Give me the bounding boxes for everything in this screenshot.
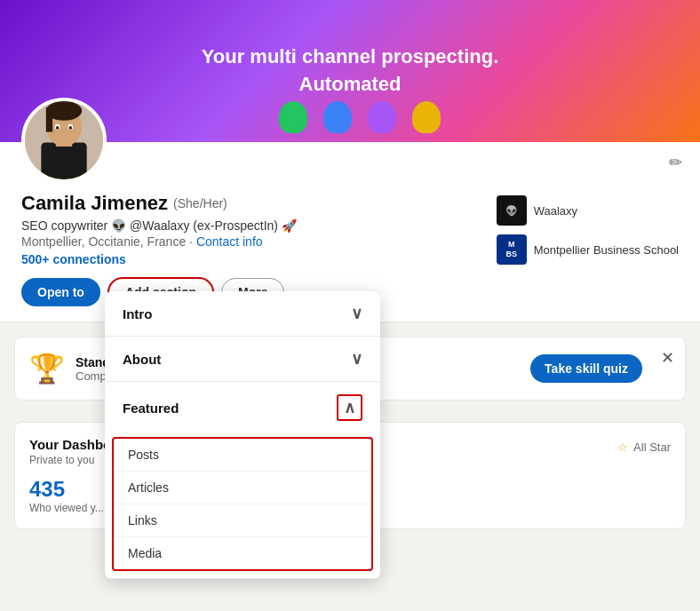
mbs-name: Montpellier Business School [534, 243, 679, 257]
featured-media[interactable]: Media [114, 537, 371, 569]
dropdown-about-section: About ∨ [105, 337, 380, 382]
ostrich-green [279, 101, 307, 133]
dropdown-featured-section: Featured ∧ Posts Articles Links Media [105, 382, 380, 579]
badge-label: All Star [633, 440, 671, 454]
dropdown-featured-label: Featured [123, 401, 179, 416]
dropdown-intro-section: Intro ∨ [105, 291, 380, 337]
featured-links[interactable]: Links [114, 504, 371, 537]
name-text: Camila Jimenez [21, 192, 168, 215]
pronouns-text: (She/Her) [173, 196, 227, 210]
avatar [21, 98, 107, 183]
dropdown-intro-row[interactable]: Intro ∨ [105, 291, 380, 336]
headline-text: SEO copywriter 👽 @Waalaxy (ex-ProspectIn… [21, 218, 297, 233]
all-star-badge: ☆ All Star [617, 440, 671, 454]
dropdown-intro-label: Intro [123, 306, 152, 321]
avatar-image [25, 101, 103, 179]
svg-point-8 [56, 126, 60, 130]
profile-banner: Your multi channel prospecting. Automate… [0, 0, 700, 142]
featured-articles[interactable]: Articles [114, 472, 371, 504]
banner-decoration [279, 101, 441, 133]
dropdown-about-label: About [123, 352, 161, 367]
contact-info-link[interactable]: Contact info [196, 234, 263, 249]
featured-posts[interactable]: Posts [114, 439, 371, 472]
star-icon: ☆ [617, 440, 628, 454]
company-waalaxy[interactable]: 👽 Waalaxy [497, 195, 679, 226]
ostrich-purple [368, 101, 396, 133]
ostrich-blue [323, 101, 352, 133]
company-mbs[interactable]: MBS Montpellier Business School [497, 234, 679, 265]
featured-subitems: Posts Articles Links Media [112, 437, 373, 571]
svg-rect-5 [46, 107, 52, 132]
views-label: Who viewed y... [29, 502, 104, 514]
add-section-dropdown: Intro ∨ About ∨ Featured ∧ Posts Article… [105, 291, 380, 579]
trophy-icon: 🏆 [29, 352, 65, 385]
profile-companies: 👽 Waalaxy MBS Montpellier Business Schoo… [497, 195, 679, 265]
dropdown-about-row[interactable]: About ∨ [105, 337, 380, 381]
dropdown-featured-row[interactable]: Featured ∧ [105, 382, 380, 433]
ostrich-yellow [412, 101, 441, 133]
waalaxy-logo: 👽 [497, 195, 527, 226]
views-number: 435 [29, 477, 104, 502]
waalaxy-name: Waalaxy [534, 204, 577, 218]
chevron-down-icon: ∨ [351, 304, 362, 323]
banner-text: Your multi channel prospecting. Automate… [202, 44, 499, 99]
skill-banner-close-button[interactable]: ✕ [661, 348, 674, 368]
chevron-up-icon: ∧ [337, 394, 362, 421]
edit-profile-button[interactable]: ✏ [669, 153, 682, 172]
svg-point-9 [69, 126, 73, 130]
take-skill-quiz-button[interactable]: Take skill quiz [530, 354, 642, 383]
chevron-down-icon-about: ∨ [351, 349, 362, 369]
mbs-logo: MBS [497, 234, 527, 265]
open-to-button[interactable]: Open to [21, 278, 100, 306]
stat-views[interactable]: 435 Who viewed y... [29, 477, 104, 514]
location-text: Montpellier, Occitanie, France · [21, 234, 196, 249]
svg-rect-1 [41, 142, 86, 179]
